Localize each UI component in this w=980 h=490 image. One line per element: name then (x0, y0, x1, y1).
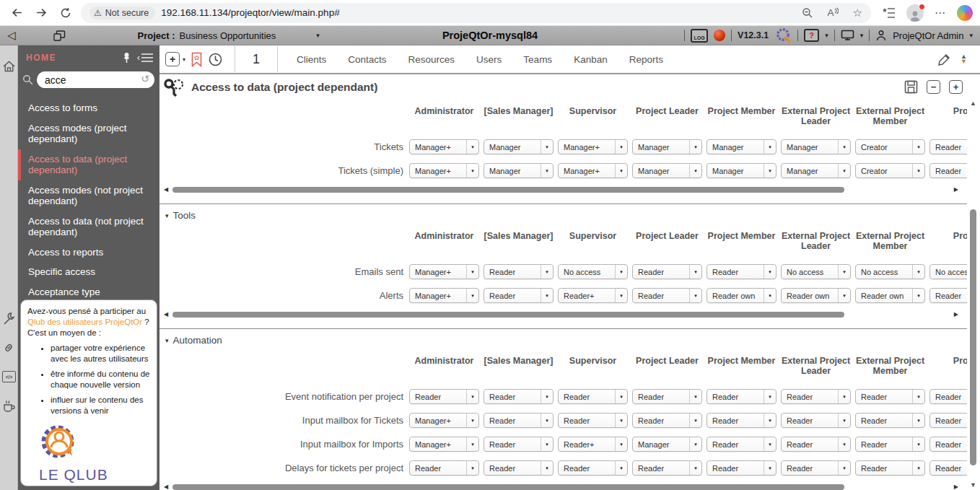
collapse-all-button[interactable]: − (927, 80, 940, 94)
dropdown-arrow-icon[interactable]: ▾ (615, 437, 627, 451)
pin-icon[interactable] (122, 52, 131, 64)
sidebar-item-specific-access[interactable]: Specific access (18, 262, 159, 282)
access-level-select[interactable]: Manager ▾ (706, 163, 776, 178)
dropdown-arrow-icon[interactable]: ▾ (912, 461, 924, 475)
display-icon[interactable] (841, 30, 854, 41)
access-level-select[interactable]: Reader ▾ (558, 413, 628, 428)
access-level-select[interactable]: Reader ▾ (484, 413, 554, 428)
access-level-select[interactable]: No access ▾ (558, 264, 628, 279)
tab-clients[interactable]: Clients (297, 54, 326, 65)
access-level-select[interactable]: Reader ▾ (409, 389, 479, 404)
tab-teams[interactable]: Teams (523, 54, 552, 65)
section-title[interactable]: ▾ Tools (164, 204, 980, 222)
dropdown-arrow-icon[interactable]: ▾ (541, 140, 553, 154)
scroll-left-icon[interactable]: ◀ (164, 484, 168, 490)
dropdown-arrow-icon[interactable]: ▾ (541, 289, 553, 302)
scroll-left-icon[interactable]: ◀ (164, 311, 168, 318)
dropdown-arrow-icon[interactable]: ▾ (466, 414, 478, 427)
access-level-select[interactable]: Manager+ ▾ (409, 139, 479, 154)
record-indicator-icon[interactable] (714, 30, 725, 41)
access-level-select[interactable]: Reader own ▾ (855, 288, 925, 303)
access-level-select[interactable]: Reader ▾ (855, 389, 925, 404)
access-level-select[interactable]: Reader ▾ (632, 413, 702, 428)
sidebar-item-access-to-reports[interactable]: Access to reports (18, 242, 159, 263)
dropdown-arrow-icon[interactable]: ▾ (466, 265, 478, 279)
access-level-select[interactable]: Reader ▾ (855, 413, 925, 428)
url-text[interactable]: 192.168.11.134/projeqtor/view/main.php# (161, 7, 339, 18)
tab-resources[interactable]: Resources (408, 54, 455, 65)
access-level-select[interactable]: Reader ▾ (706, 437, 776, 452)
access-level-select[interactable]: Manager+ ▾ (409, 163, 479, 178)
access-level-select[interactable]: Manager+ ▾ (409, 288, 479, 303)
dropdown-arrow-icon[interactable]: ▾ (764, 265, 776, 279)
app-back-icon[interactable]: ◁ (7, 29, 16, 42)
tab-users[interactable]: Users (476, 54, 502, 65)
dropdown-arrow-icon[interactable]: ▾ (466, 461, 478, 475)
dropdown-arrow-icon[interactable]: ▾ (615, 390, 627, 403)
read-aloud-icon[interactable]: A (828, 7, 839, 18)
edit-pencil-icon[interactable] (937, 52, 952, 66)
dropdown-arrow-icon[interactable]: ▾ (689, 414, 701, 427)
access-level-select[interactable]: Reader ▾ (855, 460, 925, 476)
access-level-select[interactable]: Manager+ ▾ (558, 163, 628, 178)
sidebar-item-access-to-forms[interactable]: Access to forms (18, 98, 159, 118)
vertical-scroll-thumb[interactable] (970, 209, 976, 465)
sidebar-home-label[interactable]: HOME (26, 53, 56, 63)
zoom-out-icon[interactable] (802, 7, 813, 19)
dropdown-arrow-icon[interactable]: ▾ (912, 390, 924, 403)
dropdown-arrow-icon[interactable]: ▾ (615, 414, 627, 427)
add-new-button[interactable]: + (165, 52, 180, 66)
sidebar-item-access-to-data-project-dependant[interactable]: Access to data (project dependant) (18, 149, 159, 180)
sidebar-item-access-to-data-not-project-dependant[interactable]: Access to data (not project dependant) (18, 211, 159, 242)
dropdown-arrow-icon[interactable]: ▾ (912, 140, 924, 154)
collections-icon[interactable] (883, 7, 896, 19)
dropdown-arrow-icon[interactable]: ▾ (689, 164, 701, 178)
access-level-select[interactable]: Reader ▾ (632, 389, 702, 404)
access-level-select[interactable]: Manager ▾ (781, 139, 851, 154)
dropdown-arrow-icon[interactable]: ▾ (838, 140, 850, 154)
access-level-select[interactable]: Reader ▾ (484, 389, 554, 404)
browser-menu-icon[interactable]: ⋯ (935, 6, 946, 19)
dropdown-arrow-icon[interactable]: ▾ (466, 390, 478, 403)
dropdown-arrow-icon[interactable]: ▾ (541, 437, 553, 451)
access-level-select[interactable]: Reader ▾ (855, 437, 925, 452)
access-level-select[interactable]: Reader ▾ (781, 389, 851, 404)
collapse-menu-icon[interactable]: ‹ (137, 53, 154, 63)
horizontal-scrollbar[interactable]: ◀ ▶ (164, 186, 958, 193)
plugin-icon[interactable]: ? (804, 29, 819, 42)
scroll-right-icon[interactable]: ▶ (954, 186, 958, 193)
access-level-select[interactable]: Reader own ▾ (781, 288, 851, 303)
access-level-select[interactable]: Reader ▾ (484, 437, 554, 452)
access-level-select[interactable]: Reader ▾ (632, 460, 702, 476)
horizontal-scroll-thumb[interactable] (172, 312, 844, 318)
scroll-right-icon[interactable]: ▶ (954, 311, 958, 318)
access-level-select[interactable]: Reader ▾ (706, 389, 776, 404)
dropdown-arrow-icon[interactable]: ▾ (912, 289, 924, 302)
dropdown-arrow-icon[interactable]: ▾ (541, 265, 553, 279)
dropdown-arrow-icon[interactable]: ▾ (466, 289, 478, 302)
horizontal-scrollbar[interactable]: ◀ ▶ (164, 484, 958, 490)
dropdown-arrow-icon[interactable]: ▾ (689, 461, 701, 475)
section-title[interactable]: ▾ Automation (164, 329, 980, 347)
dropdown-arrow-icon[interactable]: ▾ (615, 289, 627, 302)
access-level-select[interactable]: Reader ▾ (781, 413, 851, 428)
access-level-select[interactable]: Creator ▾ (855, 139, 925, 154)
scroll-down-icon[interactable]: ▼ (970, 481, 976, 489)
home-icon[interactable] (2, 60, 16, 73)
dropdown-arrow-icon[interactable]: ▾ (689, 289, 701, 302)
tab-contacts[interactable]: Contacts (348, 54, 386, 65)
chevron-down-icon[interactable]: ▾ (316, 32, 320, 39)
dropdown-arrow-icon[interactable]: ▾ (764, 289, 776, 302)
access-level-select[interactable]: No access ▾ (855, 264, 925, 279)
access-level-select[interactable]: Reader ▾ (484, 264, 554, 279)
dropdown-arrow-icon[interactable]: ▾ (615, 140, 627, 154)
dropdown-arrow-icon[interactable]: ▾ (912, 265, 924, 279)
collapse-triangle-icon[interactable]: ▾ (165, 337, 169, 344)
tab-kanban[interactable]: Kanban (574, 54, 608, 65)
access-level-select[interactable]: Manager ▾ (706, 139, 776, 154)
code-icon[interactable]: </> (2, 371, 16, 382)
plugin-dropdown-icon[interactable]: ▾ (825, 32, 828, 39)
access-level-select[interactable]: Reader ▾ (558, 389, 628, 404)
new-window-icon[interactable] (53, 30, 66, 41)
access-level-select[interactable]: Manager+ ▾ (409, 437, 479, 452)
